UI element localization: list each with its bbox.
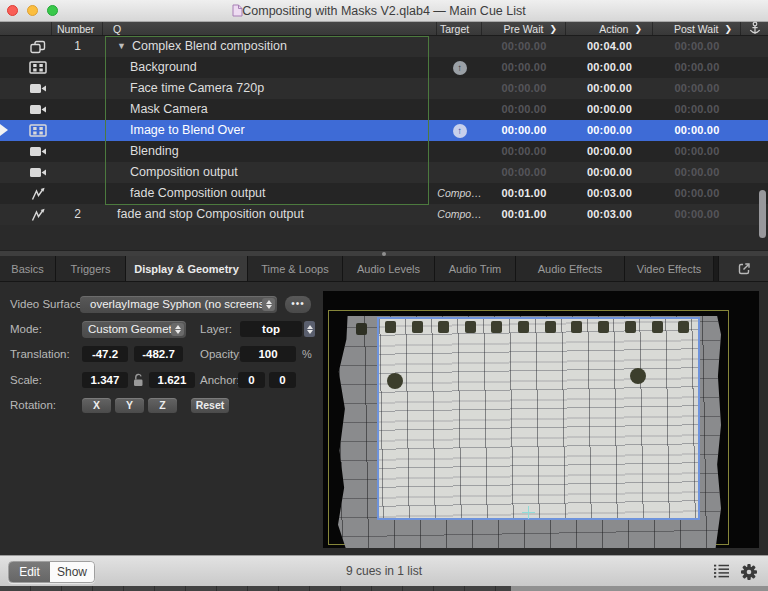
header-number[interactable]: Number (52, 22, 103, 35)
inspector-tab-bar: Basics Triggers Display & Geometry Time … (0, 256, 768, 282)
pre-wait-value[interactable]: 00:01.00 (482, 204, 566, 225)
translation-y-field[interactable]: -482.7 (134, 346, 183, 362)
target-cell: Compo… (437, 204, 482, 225)
tab-audio-levels[interactable]: Audio Levels (343, 256, 435, 281)
mode-label: Mode: (10, 321, 42, 338)
cue-row[interactable]: 2 fade and stop Composition output Compo… (0, 204, 768, 225)
action-value[interactable]: 00:00.00 (566, 57, 653, 78)
scale-lock-icon[interactable] (132, 373, 145, 387)
punch-hole (385, 321, 396, 333)
cue-row[interactable]: Background ↑ 00:00.00 00:00.00 00:00.00 (0, 57, 768, 78)
header-continue-column[interactable] (741, 22, 768, 35)
cue-name-cell: Composition output (103, 162, 437, 183)
video-cue-icon (24, 57, 52, 78)
cue-name-cell: Mask Camera (103, 99, 437, 120)
list-view-button[interactable] (713, 564, 730, 578)
pre-wait-value[interactable]: 00:00.00 (482, 141, 566, 162)
opacity-field[interactable]: 100 (240, 346, 296, 362)
cue-list-scrollbar[interactable] (759, 190, 766, 238)
cue-name: Complex Blend composition (132, 39, 287, 53)
anchor-x-field[interactable]: 0 (238, 372, 265, 388)
cue-row[interactable]: Composition output 00:00.00 00:00.00 00:… (0, 162, 768, 183)
tab-triggers[interactable]: Triggers (56, 256, 126, 281)
post-wait-value[interactable]: 00:00.00 (653, 120, 741, 141)
gear-icon (740, 563, 758, 581)
layer-stepper[interactable] (304, 321, 315, 337)
pre-wait-value[interactable]: 00:00.00 (482, 57, 566, 78)
scale-y-field[interactable]: 1.621 (149, 372, 195, 388)
show-mode-button[interactable]: Show (50, 562, 94, 582)
continue-cell (741, 57, 768, 78)
tab-display-geometry[interactable]: Display & Geometry (126, 256, 248, 281)
target-cell: Compo… (437, 183, 482, 204)
pre-wait-value[interactable]: 00:00.00 (482, 162, 566, 183)
pre-wait-value[interactable]: 00:00.00 (482, 120, 566, 141)
tab-time-loops[interactable]: Time & Loops (248, 256, 343, 281)
pre-wait-value[interactable]: 00:01.00 (482, 183, 566, 204)
post-wait-value[interactable]: 00:00.00 (653, 162, 741, 183)
action-value[interactable]: 00:00.00 (566, 99, 653, 120)
paper-dot (630, 368, 646, 384)
video-preview-stage[interactable] (323, 291, 759, 548)
tab-video-effects[interactable]: Video Effects (625, 256, 714, 281)
cue-row[interactable]: Blending 00:00.00 00:00.00 00:00.00 (0, 141, 768, 162)
bottom-scroll-thumb[interactable] (511, 586, 768, 591)
tab-audio-trim[interactable]: Audio Trim (435, 256, 516, 281)
post-wait-value[interactable]: 00:00.00 (653, 78, 741, 99)
video-surface-dropdown[interactable]: overlayImage Syphon (no screens) (80, 296, 277, 313)
cue-row-selected[interactable]: Image to Blend Over ↑ 00:00.00 00:00.00 … (0, 120, 768, 141)
reset-button[interactable]: Reset (191, 398, 229, 413)
cue-name: Image to Blend Over (130, 123, 245, 137)
cue-number: 2 (52, 204, 103, 225)
action-value[interactable]: 00:03.00 (566, 183, 653, 204)
tab-audio-effects[interactable]: Audio Effects (516, 256, 625, 281)
cue-name: Composition output (130, 165, 238, 179)
translation-x-field[interactable]: -47.2 (82, 346, 128, 362)
post-wait-value[interactable]: 00:00.00 (653, 36, 741, 57)
anchor-y-field[interactable]: 0 (269, 372, 296, 388)
post-wait-value[interactable]: 00:00.00 (653, 99, 741, 120)
rotation-y-button[interactable]: Y (115, 398, 144, 413)
action-value[interactable]: 00:00.00 (566, 120, 653, 141)
action-value[interactable]: 00:00.00 (566, 162, 653, 183)
tab-basics[interactable]: Basics (0, 256, 56, 281)
header-pre-wait[interactable]: Pre Wait❯ (482, 22, 566, 35)
action-value[interactable]: 00:00.00 (566, 141, 653, 162)
cue-row[interactable]: fade Composition output Compo… 00:01.00 … (0, 183, 768, 204)
header-q[interactable]: Q (103, 22, 437, 35)
action-value[interactable]: 00:03.00 (566, 204, 653, 225)
edit-mode-button[interactable]: Edit (9, 562, 50, 582)
camera-cue-icon (24, 162, 52, 183)
opacity-unit: % (302, 346, 312, 362)
post-wait-value[interactable]: 00:00.00 (653, 57, 741, 78)
scale-x-field[interactable]: 1.347 (82, 372, 128, 388)
edit-show-segmented-control: Edit Show (8, 561, 95, 583)
geometry-selection-rect[interactable] (377, 317, 700, 520)
pre-wait-value[interactable]: 00:00.00 (482, 99, 566, 120)
header-action[interactable]: Action❯ (566, 22, 653, 35)
action-value[interactable]: 00:04.00 (566, 36, 653, 57)
header-target[interactable]: Target (437, 22, 482, 35)
cue-row-group[interactable]: 1 ▼Complex Blend composition 00:00.00 00… (0, 36, 768, 57)
post-wait-value[interactable]: 00:00.00 (653, 141, 741, 162)
pre-wait-value[interactable]: 00:00.00 (482, 36, 566, 57)
cue-name-cell: Blending (103, 141, 437, 162)
surface-settings-button[interactable]: ••• (285, 296, 311, 313)
pre-wait-value[interactable]: 00:00.00 (482, 78, 566, 99)
opacity-label: Opacity: (200, 346, 242, 363)
disclosure-triangle-icon[interactable]: ▼ (117, 41, 126, 51)
bottom-scroll-strip[interactable] (0, 586, 768, 591)
header-post-wait[interactable]: Post Wait❯ (653, 22, 741, 35)
post-wait-value[interactable]: 00:00.00 (653, 204, 741, 225)
rotation-x-button[interactable]: X (82, 398, 111, 413)
popout-inspector-button[interactable] (718, 256, 768, 281)
action-value[interactable]: 00:00.00 (566, 78, 653, 99)
post-wait-value[interactable]: 00:00.00 (653, 183, 741, 204)
settings-button[interactable] (740, 563, 758, 581)
mode-dropdown[interactable]: Custom Geometry (82, 321, 186, 338)
cue-row[interactable]: Mask Camera 00:00.00 00:00.00 00:00.00 (0, 99, 768, 120)
rotation-z-button[interactable]: Z (148, 398, 177, 413)
list-icon (713, 564, 730, 578)
layer-field[interactable]: top (240, 321, 302, 337)
cue-row[interactable]: Face time Camera 720p 00:00.00 00:00.00 … (0, 78, 768, 99)
